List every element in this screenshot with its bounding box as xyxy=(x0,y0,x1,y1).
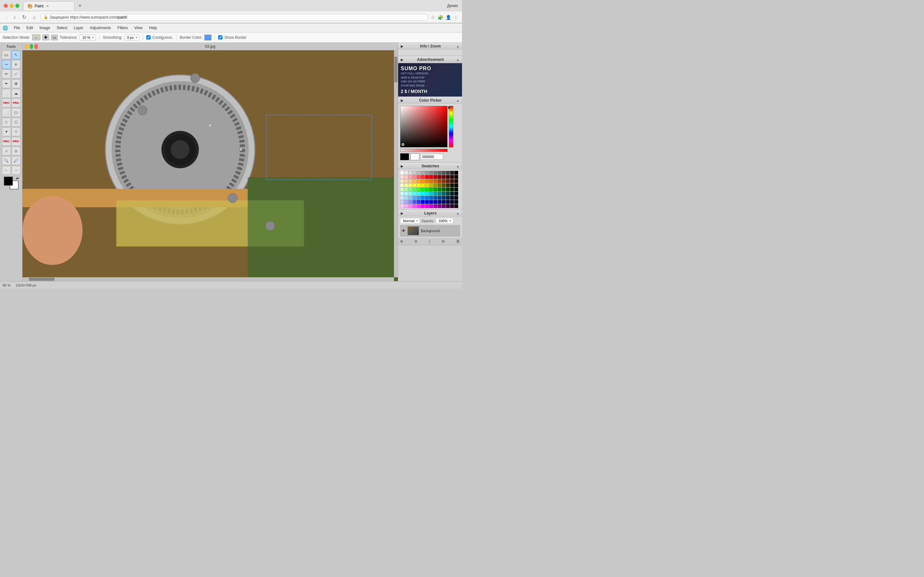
smudge-tool[interactable]: ☁ xyxy=(11,89,21,98)
advertisement-content[interactable]: 🥷 SUMO PRO GET FULL VERSIONWEB & DESKTOP… xyxy=(398,63,462,97)
swatch-color[interactable] xyxy=(417,175,421,179)
pencil-tool[interactable]: ✒ xyxy=(2,79,11,88)
swatch-color[interactable] xyxy=(417,183,421,187)
menu-filters[interactable]: Filters xyxy=(114,24,131,31)
menu-view[interactable]: View xyxy=(131,24,145,31)
swatch-color[interactable] xyxy=(417,204,421,208)
color-alpha-bar[interactable] xyxy=(400,149,447,152)
swap-colors-button[interactable]: ⇄ xyxy=(16,177,19,180)
swatch-color[interactable] xyxy=(442,196,446,200)
swatch-color[interactable] xyxy=(433,196,437,200)
swatch-color[interactable] xyxy=(450,171,454,175)
swatch-color[interactable] xyxy=(409,196,412,200)
swatch-color[interactable] xyxy=(409,179,412,183)
swatch-color[interactable] xyxy=(450,179,454,183)
swatch-color[interactable] xyxy=(446,196,450,200)
fg-bg-color-selector[interactable]: ⇄ xyxy=(4,177,19,189)
polygon-tool[interactable]: ⬡ xyxy=(11,118,21,127)
swatch-color[interactable] xyxy=(442,183,446,187)
swatch-color[interactable] xyxy=(404,179,408,183)
layer-visibility-icon[interactable]: 👁 xyxy=(402,229,405,233)
swatch-color[interactable] xyxy=(425,183,429,187)
vertical-scrollbar[interactable] xyxy=(394,50,398,277)
clone-tool[interactable]: ⊕ xyxy=(11,79,21,88)
swatch-color[interactable] xyxy=(429,175,433,179)
swatch-color[interactable] xyxy=(425,179,429,183)
swatch-color[interactable] xyxy=(454,187,458,191)
swatch-color[interactable] xyxy=(417,192,421,195)
brush-tool[interactable]: ✏ xyxy=(2,69,11,79)
menu-file[interactable]: File xyxy=(11,24,23,31)
swatch-color[interactable] xyxy=(417,171,421,175)
swatch-color[interactable] xyxy=(409,171,412,175)
swatch-color[interactable] xyxy=(433,192,437,195)
swatch-color[interactable] xyxy=(454,204,458,208)
swatch-color[interactable] xyxy=(417,200,421,204)
swatch-color[interactable] xyxy=(454,171,458,175)
swatch-color[interactable] xyxy=(438,192,441,195)
eraser-tool[interactable]: ⬜ xyxy=(2,89,11,98)
zoom-out-tool[interactable]: 🔎 xyxy=(11,156,21,165)
lasso-tool[interactable]: 〜 xyxy=(2,60,11,69)
pro-tool-3[interactable]: PRO xyxy=(2,137,11,146)
tab-close-button[interactable]: ✕ xyxy=(46,4,49,8)
bookmark-icon[interactable]: ☆ xyxy=(431,15,435,20)
swatch-color[interactable] xyxy=(446,200,450,204)
forward-button[interactable]: › xyxy=(12,14,17,21)
swatches-header[interactable]: ▶ Swatches ▲ xyxy=(398,163,462,169)
swatch-color[interactable] xyxy=(454,192,458,195)
swatch-color[interactable] xyxy=(425,192,429,195)
color-gradient-area[interactable] xyxy=(400,106,447,147)
contiguous-checkbox[interactable] xyxy=(146,35,150,39)
add-layer-button[interactable]: ⊕ xyxy=(400,239,403,243)
swatch-color[interactable] xyxy=(450,192,454,195)
swatch-color[interactable] xyxy=(438,175,441,179)
swatch-color[interactable] xyxy=(417,179,421,183)
swatch-color[interactable] xyxy=(404,200,408,204)
swatch-color[interactable] xyxy=(421,200,425,204)
move-tool-icon-btn[interactable]: ✚ xyxy=(42,34,49,40)
rect-select-tool[interactable]: ▭ xyxy=(2,50,11,59)
blur-tool[interactable]: ✦ xyxy=(2,127,11,136)
zoom-in-tool[interactable]: 🔍 xyxy=(2,156,11,165)
horizontal-scrollbar[interactable] xyxy=(23,277,394,281)
arrows-left-tool[interactable]: ← xyxy=(2,166,11,175)
swatch-color[interactable] xyxy=(425,200,429,204)
swatch-color[interactable] xyxy=(421,187,425,191)
canvas-minimize-button[interactable] xyxy=(25,44,29,49)
swatch-color[interactable] xyxy=(421,171,425,175)
swatch-color[interactable] xyxy=(413,183,417,187)
swatch-color[interactable] xyxy=(442,192,446,195)
swatch-color[interactable] xyxy=(409,187,412,191)
foreground-color-preview[interactable] xyxy=(400,153,409,160)
home-button[interactable]: ⌂ xyxy=(31,14,38,21)
swatch-color[interactable] xyxy=(450,175,454,179)
swatch-color[interactable] xyxy=(454,200,458,204)
swatch-color[interactable] xyxy=(433,171,437,175)
swatch-color[interactable] xyxy=(442,171,446,175)
swatch-color[interactable] xyxy=(450,196,454,200)
swatch-color[interactable] xyxy=(421,192,425,195)
color-hue-spectrum[interactable] xyxy=(449,106,453,147)
swatch-color[interactable] xyxy=(446,187,450,191)
swatch-color[interactable] xyxy=(442,204,446,208)
swatch-color[interactable] xyxy=(421,179,425,183)
swatch-color[interactable] xyxy=(446,175,450,179)
smoothing-select[interactable]: 0 px ▼ xyxy=(124,35,140,40)
swatch-color[interactable] xyxy=(442,200,446,204)
menu-layer[interactable]: Layer xyxy=(71,24,87,31)
transform-tool[interactable]: ⤢ xyxy=(2,147,11,155)
swatch-color[interactable] xyxy=(433,187,437,191)
swatch-color[interactable] xyxy=(429,183,433,187)
rounded-rect-tool[interactable]: ⬜ xyxy=(2,108,11,117)
swatch-color[interactable] xyxy=(433,175,437,179)
swatch-color[interactable] xyxy=(425,175,429,179)
swatch-color[interactable] xyxy=(400,196,404,200)
menu-help[interactable]: Help xyxy=(145,24,160,31)
swatch-color[interactable] xyxy=(409,200,412,204)
layer-settings-button[interactable]: ⚙ xyxy=(441,239,445,243)
show-border-checkbox[interactable] xyxy=(218,35,222,39)
swatch-color[interactable] xyxy=(421,183,425,187)
sharpen-tool[interactable]: ✧ xyxy=(11,127,21,136)
swatch-color[interactable] xyxy=(413,196,417,200)
